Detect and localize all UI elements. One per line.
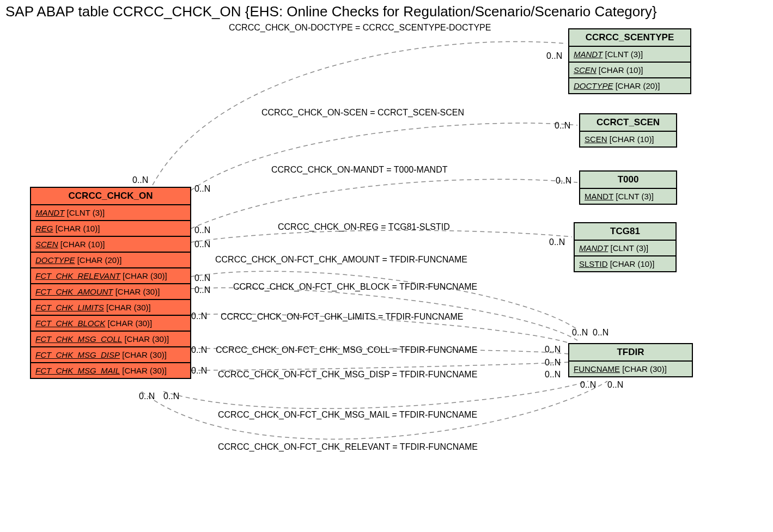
- cardinality-label: 0..N: [546, 51, 562, 61]
- field-row: REG [CHAR (10)]: [31, 221, 190, 237]
- relation-label: CCRCC_CHCK_ON-MANDT = T000-MANDT: [271, 165, 447, 175]
- relation-label: CCRCC_CHCK_ON-REG = TCG81-SLSTID: [278, 222, 450, 232]
- field-row: FCT_CHK_RELEVANT [CHAR (30)]: [31, 268, 190, 284]
- cardinality-label: 0..N: [607, 380, 623, 390]
- cardinality-label: 0..N: [163, 392, 179, 401]
- cardinality-label: 0..N: [194, 285, 210, 295]
- cardinality-label: 0..N: [593, 328, 608, 338]
- relation-label: CCRCC_CHCK_ON-FCT_CHK_MSG_COLL = TFDIR-F…: [216, 345, 478, 355]
- field-row: SCEN [CHAR (10)]: [31, 237, 190, 253]
- entity-header: TCG81: [575, 223, 675, 241]
- field-row: FCT_CHK_AMOUNT [CHAR (30)]: [31, 284, 190, 300]
- field-row: FCT_CHK_MSG_DISP [CHAR (30)]: [31, 347, 190, 363]
- entity-tfdir: TFDIR FUNCNAME [CHAR (30)]: [568, 343, 693, 377]
- field-row: MANDT [CLNT (3)]: [580, 189, 676, 204]
- field-row: SLSTID [CHAR (10)]: [575, 256, 675, 271]
- field-row: MANDT [CLNT (3)]: [575, 241, 675, 256]
- cardinality-label: 0..N: [194, 225, 210, 235]
- relation-label: CCRCC_CHCK_ON-FCT_CHK_BLOCK = TFDIR-FUNC…: [233, 282, 477, 292]
- cardinality-label: 0..N: [580, 380, 596, 390]
- cardinality-label: 0..N: [191, 345, 207, 355]
- field-row: FUNCNAME [CHAR (30)]: [569, 362, 692, 376]
- cardinality-label: 0..N: [556, 176, 571, 186]
- cardinality-label: 0..N: [194, 273, 210, 283]
- entity-ccrcc-chck-on: CCRCC_CHCK_ON MANDT [CLNT (3)] REG [CHAR…: [30, 187, 191, 379]
- cardinality-label: 0..N: [549, 237, 565, 247]
- entity-header: CCRCT_SCEN: [580, 114, 676, 132]
- cardinality-label: 0..N: [545, 345, 561, 354]
- relation-label: CCRCC_CHCK_ON-DOCTYPE = CCRCC_SCENTYPE-D…: [229, 23, 491, 33]
- field-row: FCT_CHK_LIMITS [CHAR (30)]: [31, 300, 190, 316]
- entity-tcg81: TCG81 MANDT [CLNT (3)] SLSTID [CHAR (10)…: [574, 222, 677, 272]
- entity-header: T000: [580, 172, 676, 189]
- entity-header: CCRCC_SCENTYPE: [569, 29, 690, 47]
- field-row: SCEN [CHAR (10)]: [580, 132, 676, 146]
- field-row: MANDT [CLNT (3)]: [31, 205, 190, 221]
- entity-header: CCRCC_CHCK_ON: [31, 188, 190, 205]
- field-row: FCT_CHK_MSG_MAIL [CHAR (30)]: [31, 363, 190, 378]
- relation-label: CCRCC_CHCK_ON-FCT_CHK_MSG_DISP = TFDIR-F…: [218, 370, 477, 380]
- diagram-title: SAP ABAP table CCRCC_CHCK_ON {EHS: Onlin…: [5, 3, 657, 20]
- cardinality-label: 0..N: [191, 366, 207, 376]
- field-row: FCT_CHK_MSG_COLL [CHAR (30)]: [31, 332, 190, 347]
- relation-label: CCRCC_CHCK_ON-FCT_CHK_AMOUNT = TFDIR-FUN…: [215, 255, 467, 265]
- cardinality-label: 0..N: [572, 328, 588, 338]
- field-row: SCEN [CHAR (10)]: [569, 63, 690, 78]
- entity-header: TFDIR: [569, 344, 692, 362]
- entity-ccrcc-scentype: CCRCC_SCENTYPE MANDT [CLNT (3)] SCEN [CH…: [568, 28, 691, 94]
- cardinality-label: 0..N: [545, 370, 561, 380]
- field-row: DOCTYPE [CHAR (20)]: [569, 78, 690, 93]
- cardinality-label: 0..N: [545, 358, 561, 368]
- relation-label: CCRCC_CHCK_ON-FCT_CHK_LIMITS = TFDIR-FUN…: [221, 312, 464, 322]
- entity-ccrct-scen: CCRCT_SCEN SCEN [CHAR (10)]: [579, 113, 677, 148]
- relation-label: CCRCC_CHCK_ON-FCT_CHK_RELEVANT = TFDIR-F…: [218, 442, 478, 452]
- cardinality-label: 0..N: [194, 184, 210, 194]
- field-row: FCT_CHK_BLOCK [CHAR (30)]: [31, 316, 190, 332]
- entity-t000: T000 MANDT [CLNT (3)]: [579, 170, 677, 205]
- cardinality-label: 0..N: [132, 175, 148, 185]
- field-row: MANDT [CLNT (3)]: [569, 47, 690, 63]
- cardinality-label: 0..N: [191, 311, 207, 321]
- relation-label: CCRCC_CHCK_ON-SCEN = CCRCT_SCEN-SCEN: [261, 108, 464, 118]
- relation-label: CCRCC_CHCK_ON-FCT_CHK_MSG_MAIL = TFDIR-F…: [218, 410, 477, 420]
- cardinality-label: 0..N: [139, 392, 155, 401]
- field-row: DOCTYPE [CHAR (20)]: [31, 253, 190, 268]
- cardinality-label: 0..N: [194, 240, 210, 249]
- cardinality-label: 0..N: [555, 121, 570, 131]
